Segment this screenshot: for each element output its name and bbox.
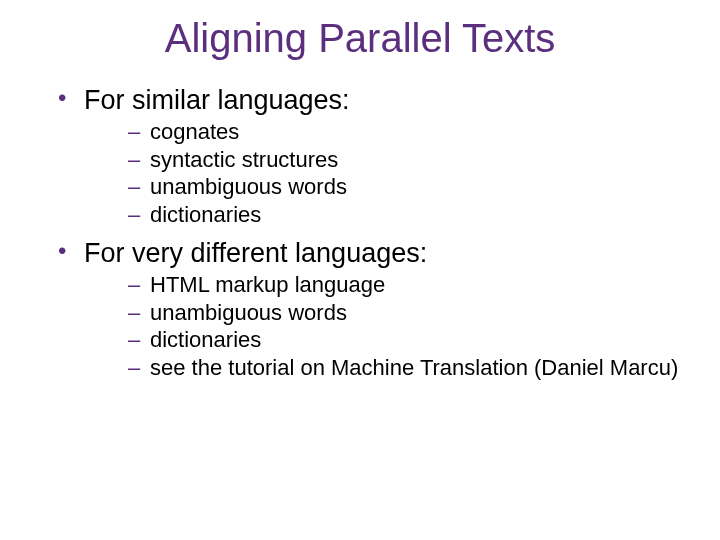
slide-title: Aligning Parallel Texts: [40, 16, 680, 61]
sub-item: cognates: [128, 118, 680, 146]
sub-item: dictionaries: [128, 326, 680, 354]
sub-list: HTML markup language unambiguous words d…: [128, 271, 680, 381]
bullet-heading: For similar languages:: [84, 85, 680, 116]
bullet-heading: For very different languages:: [84, 238, 680, 269]
sub-item: HTML markup language: [128, 271, 680, 299]
sub-item: see the tutorial on Machine Translation …: [128, 354, 680, 382]
bullet-item: For similar languages: cognates syntacti…: [58, 85, 680, 228]
bullet-list: For similar languages: cognates syntacti…: [58, 85, 680, 381]
sub-item: dictionaries: [128, 201, 680, 229]
sub-item: unambiguous words: [128, 173, 680, 201]
bullet-item: For very different languages: HTML marku…: [58, 238, 680, 381]
sub-list: cognates syntactic structures unambiguou…: [128, 118, 680, 228]
slide: Aligning Parallel Texts For similar lang…: [0, 0, 720, 540]
sub-item: unambiguous words: [128, 299, 680, 327]
sub-item: syntactic structures: [128, 146, 680, 174]
